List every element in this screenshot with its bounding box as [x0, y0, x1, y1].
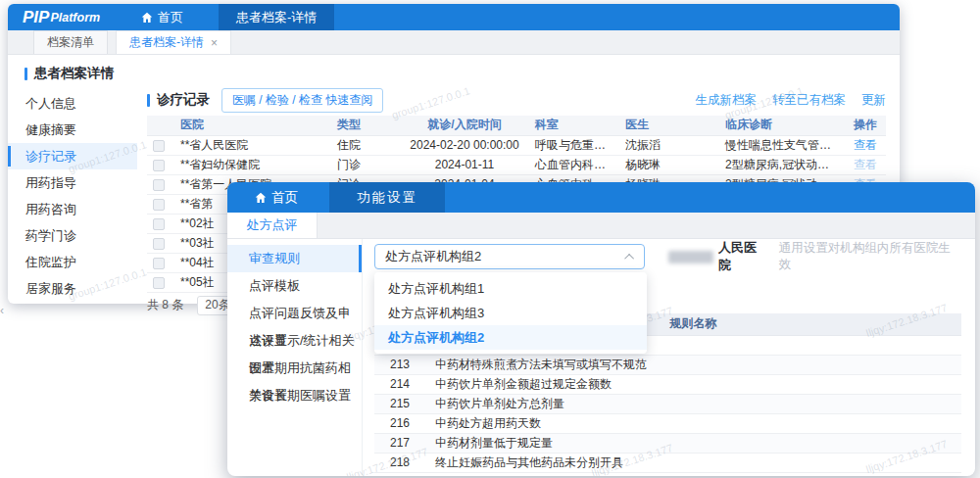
generate-archive-link[interactable]: 生成新档案: [696, 92, 758, 109]
page-title: 患者档案详情: [34, 65, 114, 82]
tab-prescription-review-label: 处方点评: [247, 216, 298, 234]
hospital-name: 人民医院: [718, 239, 769, 274]
rule-row[interactable]: 216 中药处方超用药天数: [374, 413, 961, 433]
logo-platform: Platform: [50, 11, 100, 24]
hospital-note: 通用设置对机构组内所有医院生效: [779, 240, 961, 273]
app-logo: PIP Platform: [8, 4, 123, 30]
rule-name: 中药饮片单剂金额超过规定金额数: [425, 374, 961, 394]
row-checkbox[interactable]: [153, 140, 165, 152]
transfer-archive-link[interactable]: 转至已有档案: [772, 92, 846, 109]
nav-patient-profile[interactable]: 患者档案-详情: [219, 4, 334, 30]
org-group-value: 处方点评机构组2: [385, 248, 627, 265]
settings-nav-home[interactable]: 首页: [227, 182, 323, 213]
cell-department: 心血管内科门诊: [529, 155, 619, 174]
settings-tab-bar: 处方点评: [227, 213, 975, 239]
dropdown-option-selected[interactable]: 处方点评机构组2: [374, 325, 647, 350]
org-group-select[interactable]: 处方点评机构组2: [374, 244, 645, 269]
sidebar-item-perioperative-antibiotics[interactable]: 围术期用抗菌药相关设置: [227, 355, 362, 382]
cell-doctor: 沈振滔: [619, 135, 719, 155]
cell-department: 呼吸与危重症医学科: [529, 135, 619, 155]
cell-hospital: **省妇幼保健院: [174, 155, 331, 174]
rule-row[interactable]: 214 中药饮片单剂金额超过规定金额数: [374, 374, 961, 394]
row-checkbox[interactable]: [153, 179, 165, 191]
sidebar-item-display-stats[interactable]: 点评显示/统计相关设置: [227, 327, 362, 355]
chevron-left-icon[interactable]: ‹: [0, 304, 4, 317]
sidebar-item-medication-consult[interactable]: 用药咨询: [8, 196, 137, 222]
tab-prescription-review[interactable]: 处方点评: [227, 213, 318, 238]
row-checkbox[interactable]: [153, 160, 165, 171]
rule-row[interactable]: 217 中药材剂量低于规定量: [374, 433, 961, 453]
sidebar-item-medication-guidance[interactable]: 用药指导: [8, 169, 137, 196]
view-link[interactable]: 查看: [854, 158, 877, 171]
close-icon[interactable]: ×: [211, 36, 218, 50]
table-row: **省人民医院 住院 2024-02-20 00:00:00 呼吸与危重症医学科…: [147, 135, 886, 155]
quick-lookup-button[interactable]: 医嘱 / 检验 / 检查 快速查阅: [221, 88, 383, 113]
row-checkbox[interactable]: [153, 258, 165, 269]
sidebar-item-review-rules[interactable]: 审查规则: [227, 245, 362, 272]
tab-patient-detail[interactable]: 患者档案-详情 ×: [116, 30, 231, 54]
tab-archive-list[interactable]: 档案清单: [33, 30, 108, 54]
section-accent-bar: [147, 94, 150, 107]
col-type: 类型: [331, 116, 400, 135]
sidebar-item-review-template[interactable]: 点评模板: [227, 272, 362, 300]
nav-home[interactable]: 首页: [123, 4, 205, 30]
profile-sidebar: 个人信息 健康摘要 诊疗记录 用药指导 用药咨询 药学门诊 住院监护 居家服务 …: [8, 86, 137, 304]
settings-header: 首页 功能设置: [227, 182, 975, 213]
sidebar-item-personal-info[interactable]: 个人信息: [8, 90, 137, 117]
col-doctor: 医生: [619, 116, 719, 135]
row-checkbox[interactable]: [153, 218, 165, 230]
sidebar-item-pharmacy-clinic[interactable]: 药学门诊: [8, 222, 137, 249]
cell-diagnosis: 2型糖尿病,冠状动脉支架植入...: [719, 155, 845, 174]
sidebar-item-fasting-orders[interactable]: 禁食长期医嘱设置: [227, 382, 362, 409]
dropdown-option[interactable]: 处方点评机构组1: [374, 276, 647, 301]
rule-id: 215: [374, 394, 425, 413]
cell-type: 住院: [331, 135, 400, 155]
col-hospital: 医院: [174, 116, 331, 135]
nav-active-label: 患者档案-详情: [236, 9, 317, 26]
rule-name: 中药材特殊煎煮方法未填写或填写不规范: [425, 355, 961, 374]
screen: PIP Platform 首页 患者档案-详情 档案清单 患者档案-详情 × 患…: [0, 0, 980, 478]
update-link[interactable]: 更新: [861, 92, 886, 109]
settings-nav-function[interactable]: 功能设置: [329, 182, 445, 213]
home-icon: [141, 12, 153, 24]
redacted-hospital-prefix: [668, 251, 713, 263]
row-checkbox[interactable]: [153, 277, 165, 289]
rule-row[interactable]: 215 中药饮片单剂处方总剂量: [374, 394, 961, 413]
table-row: **省妇幼保健院 门诊 2024-01-11 心血管内科门诊 杨晓琳 2型糖尿病…: [147, 155, 886, 174]
settings-nav-home-label: 首页: [271, 189, 298, 207]
total-count: 共 8 条: [147, 297, 183, 313]
cell-time: 2024-02-20 00:00:00: [400, 135, 529, 155]
sidebar-item-health-summary[interactable]: 健康摘要: [8, 117, 137, 143]
table-header-row: 医院 类型 就诊/入院时间 科室 医生 临床诊断 操作: [147, 116, 886, 135]
app-header: PIP Platform 首页 患者档案-详情: [8, 4, 900, 30]
rule-name: 终止妊娠药品与其他药品未分别开具: [425, 453, 961, 472]
title-accent-bar: [24, 68, 27, 80]
header-checkbox-cell: [147, 116, 174, 135]
function-settings-window: 首页 功能设置 处方点评 审查规则 点评模板 点评问题反馈及申述设置 点评显示/…: [227, 182, 975, 476]
org-group-dropdown: 处方点评机构组1 处方点评机构组3 处方点评机构组2: [374, 272, 647, 354]
sidebar-item-home-service[interactable]: 居家服务: [8, 275, 137, 302]
rule-row[interactable]: 213 中药材特殊煎煮方法未填写或填写不规范: [374, 355, 961, 374]
row-checkbox[interactable]: [153, 199, 165, 211]
col-operation: 操作: [845, 116, 886, 135]
rule-name: 中药处方超用药天数: [425, 413, 961, 433]
col-admission-time: 就诊/入院时间: [400, 116, 529, 135]
sidebar-item-feedback-appeal[interactable]: 点评问题反馈及申述设置: [227, 300, 362, 327]
settings-sidebar: 审查规则 点评模板 点评问题反馈及申述设置 点评显示/统计相关设置 围术期用抗菌…: [227, 239, 363, 475]
cell-time: 2024-01-11: [400, 155, 529, 174]
page-title-row: 患者档案详情: [8, 61, 900, 86]
cell-type: 门诊: [331, 155, 400, 174]
tab-archive-list-label: 档案清单: [47, 34, 94, 51]
dropdown-option[interactable]: 处方点评机构组3: [374, 301, 647, 325]
nav-home-label: 首页: [158, 9, 183, 26]
sidebar-item-treatment-records[interactable]: 诊疗记录: [8, 143, 137, 169]
col-department: 科室: [529, 116, 619, 135]
sidebar-item-inpatient-monitor[interactable]: 住院监护: [8, 249, 137, 275]
section-title: 诊疗记录: [157, 91, 210, 109]
view-link[interactable]: 查看: [854, 138, 877, 152]
rule-id: 214: [374, 374, 425, 394]
rule-id: 217: [374, 433, 425, 453]
row-checkbox[interactable]: [153, 238, 165, 250]
rule-id: 216: [374, 413, 425, 433]
rule-row[interactable]: 218 终止妊娠药品与其他药品未分别开具: [374, 453, 961, 472]
